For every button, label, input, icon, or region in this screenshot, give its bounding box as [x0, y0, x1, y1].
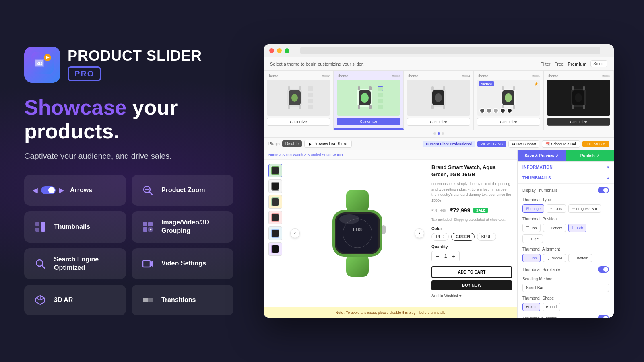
pos-left[interactable]: ⊢ Left: [568, 224, 586, 232]
color-blue[interactable]: BLUE: [477, 233, 496, 241]
thumbnail-1[interactable]: [268, 164, 282, 177]
themes-button[interactable]: THEMES ▾: [582, 141, 609, 147]
quantity-value: 1: [442, 253, 449, 259]
theme-003-preview: [337, 80, 400, 116]
svg-rect-76: [346, 190, 369, 212]
thumbnail-5[interactable]: [268, 226, 282, 240]
theme-number-004: #004: [462, 74, 470, 78]
current-price: ₹72,999: [450, 207, 471, 214]
customize-btn-004[interactable]: Customize: [407, 118, 470, 126]
save-preview-button[interactable]: Save & Preview ✓: [518, 150, 566, 161]
premium-link[interactable]: Premium: [568, 62, 586, 66]
qty-decrease[interactable]: −: [436, 253, 439, 259]
color-options: RED GREEN BLUE: [431, 233, 512, 241]
disable-button[interactable]: Disable: [282, 140, 302, 147]
preview-button[interactable]: ▶ Preview Live Store: [304, 140, 351, 148]
view-plans-button[interactable]: VIEW PLANS: [477, 141, 506, 147]
theme-number-005: #005: [532, 74, 540, 78]
window-minimize-dot[interactable]: [277, 48, 282, 53]
type-image[interactable]: ⊟ Image: [522, 204, 544, 213]
schedule-call-button[interactable]: 📅 Schedule a Call: [542, 140, 580, 148]
dot-1[interactable]: [433, 132, 436, 135]
svg-point-35: [291, 94, 298, 102]
scrollable-label: Thumbnail Scrollable: [522, 267, 560, 272]
information-section-header[interactable]: INFORMATION ▾: [518, 162, 614, 173]
type-dots[interactable]: ··· Dots: [547, 204, 566, 213]
align-middle[interactable]: ⋮ Middle: [543, 254, 566, 262]
shape-boxed[interactable]: Boxed: [522, 303, 540, 311]
color-label: Color: [431, 226, 512, 231]
svg-rect-34: [299, 105, 301, 109]
add-to-cart-button[interactable]: ADD TO CART: [431, 266, 512, 278]
svg-rect-48: [443, 105, 445, 109]
thumbnail-6[interactable]: [268, 242, 282, 256]
pos-top[interactable]: ⊤ Top: [522, 224, 541, 232]
wishlist-link[interactable]: Add to Wishlist ♥: [431, 294, 512, 298]
buy-now-button[interactable]: BUY NOW: [431, 280, 512, 290]
arrows-toggle[interactable]: [41, 186, 56, 194]
svg-rect-28: [148, 298, 153, 302]
theme-005-preview: Variant ★: [477, 80, 540, 116]
product-name: Brand Smart Watch, Aqua Green, 1GB 16GB: [431, 164, 512, 178]
border-toggle[interactable]: [598, 315, 609, 318]
customize-btn-002[interactable]: Customize: [267, 118, 330, 126]
prev-arrow[interactable]: ‹: [290, 228, 300, 238]
feature-transitions[interactable]: Transitions: [132, 285, 233, 315]
sale-badge: SALE: [473, 208, 488, 213]
window-maximize-dot[interactable]: [285, 48, 289, 53]
transitions-icon: [140, 292, 156, 308]
filter-link[interactable]: Filter: [541, 62, 550, 66]
shape-options: Boxed Round: [522, 303, 609, 311]
svg-rect-15: [143, 227, 147, 232]
feature-arrows[interactable]: ◀ ▶ Arrows: [24, 175, 126, 206]
arrows-label: Arrows: [70, 186, 92, 195]
feature-video[interactable]: Video Settings: [132, 248, 233, 280]
customize-btn-003[interactable]: Customize: [337, 118, 400, 125]
pos-bottom[interactable]: ··· Bottom: [543, 224, 566, 232]
get-support-button[interactable]: ✉ Get Support: [508, 140, 540, 148]
hero-text: Showcase your products. Captivate your a…: [24, 96, 233, 162]
next-arrow[interactable]: ›: [415, 228, 424, 238]
free-link[interactable]: Free: [555, 62, 564, 66]
theme-card-005[interactable]: Theme #005 Variant ★: [474, 71, 544, 130]
feature-grouping[interactable]: Image/Video/3D Grouping: [132, 211, 233, 243]
thumbnail-position-label: Thumbnail Position: [522, 217, 609, 221]
svg-rect-55: [513, 105, 515, 109]
dot-3[interactable]: [442, 132, 444, 135]
theme-card-006[interactable]: Theme #006 Cus: [544, 71, 614, 130]
thumbnail-3[interactable]: [268, 195, 282, 209]
thumbnails-section-header[interactable]: THUMBNAILS ▴: [518, 173, 614, 184]
align-top[interactable]: ⊤ Top: [522, 254, 541, 262]
window-close-dot[interactable]: [269, 48, 274, 53]
svg-rect-62: [583, 105, 585, 109]
customize-btn-005[interactable]: Customize: [477, 118, 540, 126]
type-progress[interactable]: ═ Progress Bar: [568, 204, 601, 213]
customize-btn-006[interactable]: Customize: [547, 118, 610, 126]
feature-product-zoom[interactable]: Product Zoom: [132, 175, 233, 206]
shape-round[interactable]: Round: [543, 303, 561, 311]
pos-right[interactable]: ⊣ Right: [522, 234, 543, 243]
scrollable-toggle[interactable]: [598, 266, 609, 273]
scrolling-method-select[interactable]: Scroll Bar Arrows Both: [522, 284, 609, 292]
feature-thumbnails[interactable]: Thumbnails: [24, 211, 126, 243]
feature-seo[interactable]: Search Engine Optimized: [24, 248, 126, 280]
dot-2[interactable]: [438, 132, 440, 135]
thumbnail-2[interactable]: [268, 179, 282, 193]
thumbnail-4[interactable]: [268, 211, 282, 224]
theme-card-004[interactable]: Theme #004 Cus: [404, 71, 474, 130]
svg-rect-13: [143, 222, 147, 226]
align-bottom[interactable]: ⊥ Bottom: [568, 254, 592, 262]
ar-icon: [32, 292, 48, 308]
publish-button[interactable]: Publish ✓: [566, 150, 614, 161]
theme-card-002[interactable]: Theme #002: [264, 71, 334, 130]
theme-card-004-header: Theme #004: [407, 74, 470, 78]
feature-3dar[interactable]: 3D AR: [24, 285, 126, 315]
theme-card-003[interactable]: Theme #003: [334, 71, 404, 130]
qty-increase[interactable]: +: [452, 253, 455, 259]
color-red[interactable]: RED: [431, 233, 449, 241]
display-thumbnails-toggle[interactable]: [598, 187, 609, 193]
theme-select[interactable]: Select: [590, 60, 607, 67]
left-panel: 3D PRODUCT SLIDER PRO Showcase your prod…: [24, 47, 233, 316]
color-green[interactable]: GREEN: [451, 233, 475, 241]
svg-rect-75: [272, 245, 279, 253]
